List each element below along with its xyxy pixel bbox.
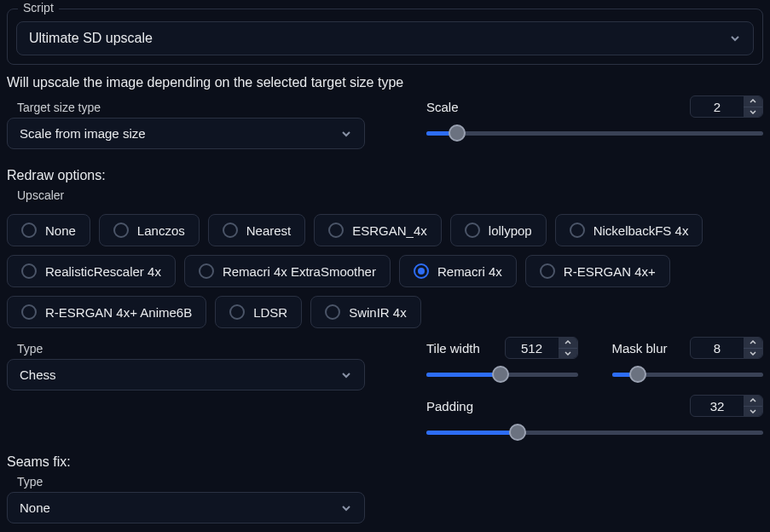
tile-width-label: Tile width bbox=[426, 341, 480, 356]
radio-dot-icon bbox=[223, 223, 238, 238]
upscaler-option-label: Remacri 4x bbox=[437, 264, 502, 279]
scale-slider-thumb[interactable] bbox=[449, 124, 466, 142]
padding-up-button[interactable] bbox=[744, 396, 762, 407]
upscaler-group: Upscaler NoneLanczosNearestESRGAN_4xloll… bbox=[7, 188, 763, 328]
upscaler-option-remacri4xextra[interactable]: Remacri 4x ExtraSmoother bbox=[184, 255, 391, 287]
scale-slider[interactable] bbox=[426, 124, 763, 142]
padding-down-button[interactable] bbox=[744, 407, 762, 417]
upscaler-option-nickelbackfs4x[interactable]: NickelbackFS 4x bbox=[555, 214, 703, 246]
upscale-info-text: Will upscale the image depending on the … bbox=[7, 75, 763, 90]
radio-dot-icon bbox=[21, 304, 37, 320]
tile-width-slider-thumb[interactable] bbox=[492, 366, 509, 383]
script-value: Ultimate SD upscale bbox=[29, 31, 153, 46]
upscaler-option-lanczos[interactable]: Lanczos bbox=[99, 214, 200, 246]
upscaler-option-none[interactable]: None bbox=[7, 214, 90, 246]
seams-type-select[interactable]: None bbox=[7, 492, 365, 523]
seams-fix-title: Seams fix: bbox=[7, 454, 763, 470]
scale-down-button[interactable] bbox=[744, 107, 762, 118]
upscaler-radio-wrap: NoneLanczosNearestESRGAN_4xlollypopNicke… bbox=[7, 214, 763, 328]
mask-blur-down-button[interactable] bbox=[744, 349, 762, 359]
redraw-type-value: Chess bbox=[20, 367, 56, 382]
radio-dot-icon bbox=[21, 263, 37, 279]
chevron-down-icon bbox=[340, 502, 352, 514]
script-select[interactable]: Ultimate SD upscale bbox=[16, 21, 754, 55]
tile-width-up-button[interactable] bbox=[559, 338, 577, 349]
target-size-value: Scale from image size bbox=[20, 126, 146, 141]
mask-blur-slider-thumb[interactable] bbox=[629, 366, 646, 383]
mask-blur-input[interactable] bbox=[691, 338, 744, 358]
padding-slider[interactable] bbox=[426, 424, 763, 441]
redraw-lower-row: Type Chess Tile width bbox=[7, 337, 763, 441]
scale-input[interactable] bbox=[691, 96, 744, 117]
upscaler-option-esrgan4x[interactable]: ESRGAN_4x bbox=[314, 214, 442, 246]
upscaler-option-label: Nearest bbox=[246, 223, 292, 238]
redraw-type-label: Type bbox=[17, 342, 382, 356]
upscaler-option-nearest[interactable]: Nearest bbox=[208, 214, 306, 246]
target-size-label: Target size type bbox=[17, 101, 382, 114]
mask-blur-spin[interactable] bbox=[690, 337, 763, 359]
upscaler-option-label: ESRGAN_4x bbox=[352, 223, 427, 238]
redraw-type-select[interactable]: Chess bbox=[7, 359, 365, 390]
seams-type-col: Type None bbox=[7, 470, 763, 523]
upscaler-option-label: lollypop bbox=[489, 223, 532, 238]
target-size-select[interactable]: Scale from image size bbox=[7, 118, 365, 149]
mask-blur-slider[interactable] bbox=[612, 366, 764, 383]
radio-dot-icon bbox=[199, 263, 214, 279]
upscaler-option-lollypop[interactable]: lollypop bbox=[450, 214, 547, 246]
upscaler-option-label: Remacri 4x ExtraSmoother bbox=[223, 264, 376, 279]
mask-blur-block: Mask blur bbox=[612, 337, 764, 383]
upscaler-option-label: LDSR bbox=[253, 305, 287, 320]
padding-label: Padding bbox=[426, 399, 473, 413]
upscaler-option-resrgan4xanime[interactable]: R-ESRGAN 4x+ Anime6B bbox=[7, 296, 206, 328]
script-fieldset: Script Ultimate SD upscale bbox=[7, 9, 763, 65]
tile-width-slider[interactable] bbox=[426, 366, 578, 383]
radio-dot-icon bbox=[21, 223, 37, 238]
upscaler-option-ldsr[interactable]: LDSR bbox=[215, 296, 302, 328]
radio-dot-icon bbox=[113, 223, 129, 238]
upscaler-option-label: R-ESRGAN 4x+ Anime6B bbox=[45, 305, 192, 320]
upscaler-option-label: RealisticRescaler 4x bbox=[45, 264, 161, 279]
mask-blur-label: Mask blur bbox=[612, 341, 668, 356]
upscaler-option-remacri4x[interactable]: Remacri 4x bbox=[399, 255, 517, 287]
upscaler-label: Upscaler bbox=[17, 188, 763, 202]
tile-width-input[interactable] bbox=[506, 338, 559, 358]
target-scale-row: Target size type Scale from image size S… bbox=[7, 95, 763, 149]
radio-dot-icon bbox=[540, 263, 555, 279]
scale-spin-buttons bbox=[744, 96, 762, 117]
radio-dot-icon bbox=[325, 304, 340, 320]
padding-block: Padding bbox=[426, 395, 763, 441]
mask-blur-up-button[interactable] bbox=[744, 338, 762, 349]
padding-slider-thumb[interactable] bbox=[509, 424, 526, 441]
scale-up-button[interactable] bbox=[744, 96, 762, 107]
tile-width-block: Tile width bbox=[426, 337, 578, 383]
redraw-options-title: Redraw options: bbox=[7, 168, 763, 183]
padding-input[interactable] bbox=[691, 396, 744, 416]
tile-width-spin[interactable] bbox=[505, 337, 578, 359]
scale-label: Scale bbox=[426, 100, 459, 114]
upscaler-option-realisticrescaler4x[interactable]: RealisticRescaler 4x bbox=[7, 255, 176, 287]
tile-mask-row: Tile width Mask bbox=[426, 337, 763, 383]
upscaler-option-swinir4x[interactable]: SwinIR 4x bbox=[310, 296, 421, 328]
upscaler-option-label: Lanczos bbox=[137, 223, 185, 238]
scale-spin[interactable] bbox=[690, 95, 763, 118]
scale-block: Scale bbox=[426, 95, 763, 142]
radio-dot-icon bbox=[570, 223, 585, 238]
upscaler-option-label: SwinIR 4x bbox=[349, 305, 407, 320]
upscaler-option-resrgan4xplus[interactable]: R-ESRGAN 4x+ bbox=[525, 255, 670, 287]
chevron-down-icon bbox=[340, 128, 352, 140]
upscaler-option-label: NickelbackFS 4x bbox=[593, 223, 689, 238]
tile-width-down-button[interactable] bbox=[559, 349, 577, 359]
chevron-down-icon bbox=[729, 32, 741, 44]
target-size-col: Target size type Scale from image size bbox=[7, 95, 382, 149]
chevron-down-icon bbox=[340, 369, 352, 381]
upscaler-option-label: R-ESRGAN 4x+ bbox=[564, 264, 656, 279]
radio-dot-icon bbox=[465, 223, 480, 238]
radio-dot-icon bbox=[328, 223, 344, 238]
script-label: Script bbox=[18, 1, 59, 14]
seams-type-label: Type bbox=[17, 475, 763, 489]
redraw-type-col: Type Chess bbox=[7, 337, 382, 390]
upscaler-option-label: None bbox=[45, 223, 76, 238]
padding-spin[interactable] bbox=[690, 395, 763, 417]
seams-type-value: None bbox=[20, 500, 50, 515]
slider-stack: Tile width Mask bbox=[426, 337, 763, 441]
